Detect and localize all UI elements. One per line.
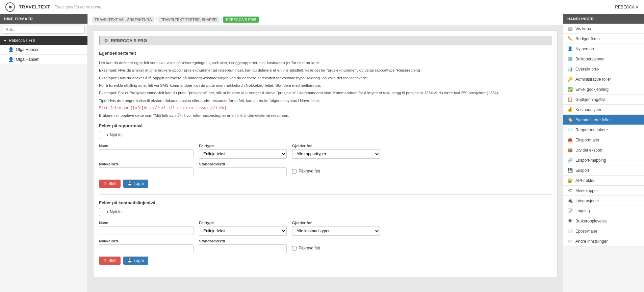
menu-label-11: Eksportmaler (575, 138, 599, 142)
right-menu-item-19[interactable]: 👁️ Brukeropplevelse (563, 216, 644, 226)
right-menu-item-20[interactable]: ✉️ Epost-maler (563, 226, 644, 236)
cost-form-row-1: Navn Felttype Enlinje-tekst Flerlinjet t… (99, 221, 552, 236)
cost-keyword-group: Nøkkelord (99, 239, 194, 253)
user-icon-1: 👤 (8, 47, 14, 52)
menu-icon-1: ✏️ (567, 36, 573, 41)
cost-default-input[interactable] (199, 244, 287, 253)
menu-label-20: Epost-maler (575, 229, 597, 234)
user-name-1: Olga Hansen (16, 47, 40, 52)
sidebar-company-item[interactable]: ▼ Rebecca's Frø (0, 36, 87, 45)
menu-icon-19: 👁️ (567, 218, 573, 223)
right-sidebar: HANDLINGER 🏢 Vis firma ✏️ Rediger firma … (563, 14, 644, 292)
info-box: Egendefinerte felt Her kan du definere e… (99, 50, 552, 118)
report-form-row-2: Nøkkelord Standardverdi Påkrevd felt (99, 162, 552, 176)
right-menu-item-11[interactable]: 📤 Eksportmaler (563, 135, 644, 145)
cost-action-btns: 🗑 Slett 💾 Lagre (99, 257, 552, 265)
cost-applies-select[interactable]: Alle kostnadstyper Mat Transport Overnat… (292, 226, 380, 236)
info-line-5: Eksempel: For et Prosjektnummer-felt kan… (99, 90, 552, 96)
right-menu-item-12[interactable]: 📦 Utvidet eksport (563, 145, 644, 155)
delete-icon-2: 🗑 (103, 258, 107, 263)
report-keyword-group: Nøkkelord (99, 162, 194, 176)
topbar-left: ⬤ TRAVELTEXT Feels good to come home (5, 2, 101, 12)
right-menu-item-8[interactable]: 💰 Kostnadstyper (563, 105, 644, 115)
info-line-3: Eksempel: Hvis du ønsker å få oppgitt de… (99, 75, 552, 81)
report-name-label: Navn (99, 144, 194, 148)
report-name-input[interactable] (99, 149, 194, 158)
right-menu-item-5[interactable]: 🔑 Administrative roller (563, 74, 644, 84)
sidebar-user-1[interactable]: 👤 Olga Hansen (0, 45, 87, 55)
sidebar-user-2[interactable]: 👤 Olga Hansen (0, 55, 87, 64)
report-default-input[interactable] (199, 167, 287, 176)
user-menu-button[interactable]: REBECCA ∨ (615, 5, 639, 9)
menu-label-8: Kostnadstyper (575, 107, 601, 112)
menu-label-18: Logging (575, 209, 590, 213)
right-menu-item-18[interactable]: 📝 Logging (563, 206, 644, 216)
report-fieldtype-select[interactable]: Enlinje-tekst Flerlinjet tekst Tall Dato… (199, 149, 287, 159)
search-input[interactable] (3, 26, 85, 34)
report-required-group: Påkrevd felt (292, 162, 320, 174)
right-menu-item-2[interactable]: 👤 Ny person (563, 44, 644, 54)
breadcrumb-item-2[interactable]: TRAVELTEXT TESTSELSKAPER (158, 17, 219, 23)
menu-icon-0: 🏢 (567, 26, 573, 31)
cost-delete-button[interactable]: 🗑 Slett (99, 257, 121, 265)
menu-label-0: Vis firma (575, 26, 591, 31)
plus-icon-2: + (103, 210, 105, 214)
report-save-button[interactable]: 💾 Lagre (123, 180, 148, 188)
menu-icon-9: 🏷️ (567, 117, 573, 122)
menu-label-17: Integrasjoner (575, 198, 599, 203)
new-cost-field-button[interactable]: + + Nytt felt (99, 208, 127, 216)
right-menu-item-14[interactable]: 💾 Eksport (563, 165, 644, 176)
breadcrumb-item-3[interactable]: REBECCA'S FRØ (223, 17, 259, 23)
cost-keyword-input[interactable] (99, 244, 194, 253)
cost-name-input[interactable] (99, 226, 194, 235)
report-applies-label: Gjelder for (292, 144, 380, 148)
cost-fieldtype-label: Felttype (199, 221, 287, 225)
report-required-checkbox[interactable] (292, 169, 297, 174)
menu-icon-6: ✅ (567, 87, 573, 92)
menu-label-5: Administrative roller (575, 77, 611, 82)
menu-icon-7: 📋 (567, 97, 573, 102)
report-delete-button[interactable]: 🗑 Slett (99, 180, 121, 188)
delete-icon: 🗑 (103, 181, 107, 186)
right-menu-item-17[interactable]: 🔌 Integrasjoner (563, 196, 644, 206)
user-icon-2: 👤 (8, 57, 14, 62)
report-fieldtype-label: Felttype (199, 144, 287, 148)
menu-icon-8: 💰 (567, 107, 573, 112)
right-menu-item-1[interactable]: ✏️ Rediger firma (563, 34, 644, 44)
cost-save-button[interactable]: 💾 Lagre (123, 257, 148, 265)
right-menu-item-13[interactable]: 🔗 Eksport-mapping (563, 155, 644, 165)
new-report-field-button[interactable]: + + Nytt felt (99, 131, 127, 139)
save-icon-2: 💾 (127, 258, 132, 263)
main-content: TRAVELTEXT AS - ÅRSFAKTURA / TRAVELTEXT … (88, 14, 563, 292)
right-menu: 🏢 Vis firma ✏️ Rediger firma 👤 Ny person… (563, 24, 644, 246)
right-menu-item-7[interactable]: 📋 Godkjenningsflyt (563, 95, 644, 105)
cost-fieldtype-select[interactable]: Enlinje-tekst Flerlinjet tekst Tall Dato… (199, 226, 287, 236)
company-name: Rebecca's Frø (9, 38, 35, 43)
report-default-group: Standardverdi (199, 162, 287, 176)
cost-name-label: Navn (99, 221, 194, 225)
menu-icon-11: 📤 (567, 137, 573, 142)
right-menu-item-4[interactable]: 📊 Oversikt bruk (563, 64, 644, 74)
right-menu-item-0[interactable]: 🏢 Vis firma (563, 24, 644, 34)
right-menu-item-10[interactable]: 📨 Rapportmottakere (563, 125, 644, 135)
right-menu-item-16[interactable]: 🏷 Merkelapper (563, 186, 644, 196)
menu-label-3: Bulkoperasjoner (575, 57, 605, 61)
info-line-4: For å forenkle utfylling av et felt via … (99, 82, 552, 88)
content-panel: ⚙ REBECCA'S FRØ Egendefinerte felt Her k… (93, 30, 558, 277)
menu-label-6: Enkel godkjenning (575, 87, 609, 92)
report-section-title: Felter på rapportnivå (99, 123, 552, 128)
right-menu-item-21[interactable]: ⚙ Andre innstillinger (563, 236, 644, 246)
right-menu-item-9[interactable]: 🏷️ Egendefinerte felter (563, 115, 644, 125)
right-menu-item-6[interactable]: ✅ Enkel godkjenning (563, 84, 644, 95)
right-menu-item-15[interactable]: 🔐 API-nøkler (563, 176, 644, 186)
report-keyword-input[interactable] (99, 167, 194, 176)
report-name-group: Navn (99, 144, 194, 158)
cost-required-checkbox[interactable] (292, 246, 297, 250)
user-name-2: Olga Hansen (16, 57, 40, 62)
cost-default-group: Standardverdi (199, 239, 287, 253)
menu-label-10: Rapportmottakere (575, 128, 608, 132)
breadcrumb-item-1[interactable]: TRAVELTEXT AS - ÅRSFAKTURA (92, 17, 154, 23)
right-menu-item-3[interactable]: ⚙️ Bulkoperasjoner (563, 54, 644, 64)
report-applies-select[interactable]: Alle rapporttyper Reiseregning Kjørebok … (292, 149, 380, 159)
breadcrumb: TRAVELTEXT AS - ÅRSFAKTURA / TRAVELTEXT … (88, 14, 563, 25)
